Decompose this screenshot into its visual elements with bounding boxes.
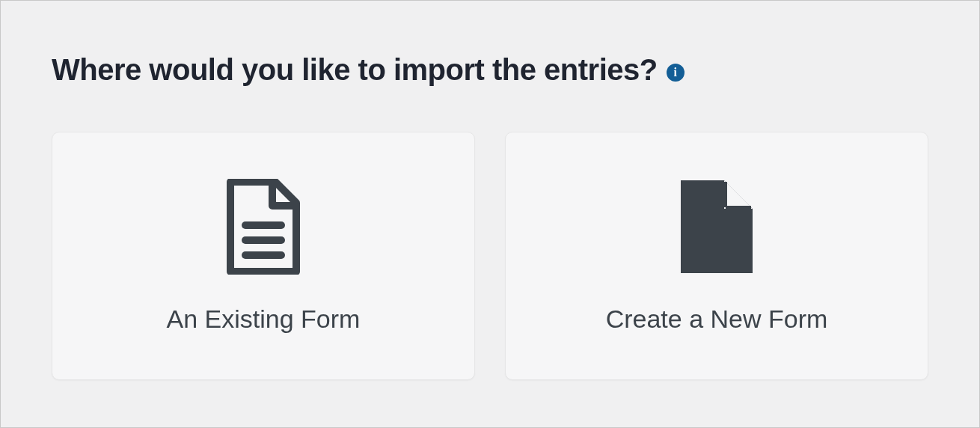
existing-form-label: An Existing Form	[167, 305, 361, 334]
heading-row: Where would you like to import the entri…	[52, 53, 928, 87]
new-form-card[interactable]: Create a New Form	[505, 132, 928, 380]
existing-form-card[interactable]: An Existing Form	[52, 132, 475, 380]
document-lines-icon	[215, 179, 311, 275]
info-icon-glyph: i	[673, 67, 676, 79]
info-icon[interactable]: i	[667, 64, 685, 82]
document-fold-icon	[669, 179, 765, 275]
option-cards: An Existing Form Create a New Form	[52, 132, 928, 380]
new-form-label: Create a New Form	[606, 305, 828, 334]
page-heading: Where would you like to import the entri…	[52, 53, 658, 87]
